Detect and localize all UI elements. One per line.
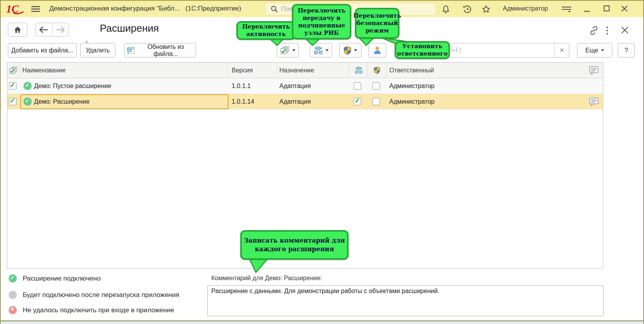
row-active-checkbox[interactable] bbox=[9, 82, 16, 90]
back-button[interactable] bbox=[36, 23, 52, 36]
extension-name: Демо: Расширение bbox=[34, 94, 90, 109]
window-bottom-edge bbox=[1, 320, 643, 324]
chevron-down-icon bbox=[326, 49, 329, 51]
set-responsible-button[interactable] bbox=[369, 43, 386, 58]
chevron-down-icon bbox=[354, 49, 357, 51]
safe-mode-checkbox[interactable] bbox=[372, 82, 380, 90]
status-connected-icon bbox=[23, 97, 32, 106]
delete-label: Удалить bbox=[86, 47, 110, 54]
get-link-icon[interactable] bbox=[588, 24, 600, 38]
callout-toggle-safe-mode: Переключить безопасный режим bbox=[355, 8, 399, 39]
extension-purpose: Адаптация bbox=[279, 78, 311, 94]
current-user[interactable]: Администратор bbox=[503, 5, 548, 12]
home-icon bbox=[13, 26, 22, 34]
page-title: Расширения bbox=[100, 22, 159, 34]
column-header-safe-mode-icon bbox=[374, 63, 380, 78]
app-window: 1С Демонстрационная конфигурация "Библ..… bbox=[0, 0, 644, 324]
column-header-rib-icon bbox=[355, 63, 363, 78]
rib-nodes-icon bbox=[314, 46, 323, 55]
update-from-file-label: Обновить из файла... bbox=[138, 43, 193, 58]
close-window-button[interactable] bbox=[621, 5, 628, 14]
legend-text: Будет подключено после перезапуска прило… bbox=[23, 291, 179, 299]
legend-text: Не удалось подключить при входе в прилож… bbox=[23, 306, 174, 314]
legend-text: Расширение подключено bbox=[23, 275, 101, 283]
status-connected-icon bbox=[9, 274, 17, 283]
callout-set-responsible: Установить ответсвенного bbox=[395, 41, 450, 59]
status-connected-icon bbox=[23, 82, 32, 90]
home-button[interactable] bbox=[8, 23, 27, 37]
shield-icon bbox=[344, 46, 351, 55]
extension-version: 1.0.1.14 bbox=[232, 94, 254, 109]
legend-item-pending: Будет подключено после перезапуска прило… bbox=[9, 291, 179, 299]
rib-checkbox[interactable] bbox=[354, 98, 361, 105]
header-activity-icon bbox=[9, 63, 18, 78]
comment-textarea[interactable]: Расширение с данными. Для демонстрации р… bbox=[207, 285, 604, 316]
column-header-comment-icon bbox=[589, 63, 599, 78]
safe-mode-checkbox[interactable] bbox=[372, 98, 380, 105]
callout-toggle-activity: Переключить активность bbox=[236, 21, 296, 40]
more-label: Еще bbox=[585, 47, 598, 54]
status-error-icon bbox=[9, 306, 17, 314]
add-from-file-button[interactable]: Добавить из файла... bbox=[8, 43, 77, 58]
table-header: Наименование Версия Назначение Ответстве… bbox=[7, 63, 603, 78]
column-header-version[interactable]: Версия bbox=[232, 63, 253, 78]
help-label: ? bbox=[624, 47, 628, 54]
callout-write-comment: Записать комментарий для каждого расшире… bbox=[240, 230, 349, 260]
window-title: Демонстрационная конфигурация "Библ... (… bbox=[49, 5, 241, 13]
column-header-responsible[interactable]: Ответственный bbox=[389, 63, 434, 78]
toggle-rib-button[interactable] bbox=[310, 43, 332, 58]
extension-name: Демо: Пустое расширение bbox=[34, 78, 111, 94]
forward-button[interactable] bbox=[52, 23, 69, 36]
service-menu-icon[interactable] bbox=[561, 5, 572, 15]
1c-logo: 1С bbox=[6, 3, 25, 16]
window-title-text: Демонстрационная конфигурация "Библ... bbox=[49, 5, 180, 13]
forward-arrow-icon bbox=[56, 27, 65, 33]
window-title-suffix: (1С:Предприятие) bbox=[185, 5, 241, 13]
delete-button[interactable]: Удалить bbox=[80, 43, 115, 58]
notifications-bell-icon[interactable] bbox=[441, 4, 451, 16]
column-header-name[interactable]: Наименование bbox=[22, 63, 66, 78]
more-actions-kebab-icon[interactable] bbox=[606, 26, 609, 38]
chevron-down-icon bbox=[292, 49, 295, 51]
search-icon bbox=[270, 5, 278, 13]
comment-label: Комментарий для Демо: Расширение: bbox=[211, 275, 322, 282]
update-from-file-button[interactable]: Обновить из файла... bbox=[124, 43, 196, 58]
history-icon[interactable] bbox=[462, 4, 472, 16]
table-row-selected[interactable]: Демо: Расширение 1.0.1.14 Адаптация Адми… bbox=[7, 94, 603, 110]
update-from-file-icon bbox=[127, 46, 135, 55]
toggle-activity-button[interactable] bbox=[277, 43, 299, 58]
legend-item-connected: Расширение подключено bbox=[9, 274, 101, 283]
clear-search-icon[interactable]: × bbox=[554, 43, 569, 57]
status-pending-icon bbox=[9, 291, 17, 299]
more-button[interactable]: Еще bbox=[577, 43, 612, 58]
close-form-icon[interactable] bbox=[621, 26, 629, 36]
toggle-safe-mode-button[interactable] bbox=[339, 43, 362, 58]
table-row[interactable]: Демо: Пустое расширение 1.0.1.1 Адаптаци… bbox=[7, 78, 603, 94]
extension-version: 1.0.1.1 bbox=[232, 78, 251, 94]
add-from-file-label: Добавить из файла... bbox=[11, 47, 73, 54]
extension-purpose: Адаптация bbox=[279, 94, 311, 109]
rib-checkbox[interactable] bbox=[354, 82, 361, 90]
main-menu-icon[interactable] bbox=[31, 5, 41, 15]
maximize-button[interactable] bbox=[603, 5, 610, 14]
favorites-star-icon[interactable] bbox=[481, 4, 491, 16]
back-arrow-icon bbox=[39, 27, 49, 33]
callout-toggle-rib: Переключить передачу в подчиненные узлы … bbox=[292, 4, 351, 40]
comment-icon[interactable] bbox=[589, 94, 599, 109]
person-icon bbox=[373, 46, 381, 54]
row-active-checkbox[interactable] bbox=[9, 98, 16, 105]
chevron-down-icon bbox=[601, 49, 604, 51]
help-button[interactable]: ? bbox=[618, 43, 635, 58]
legend-item-error: Не удалось подключить при входе в прилож… bbox=[9, 306, 174, 314]
extension-responsible: Администратор bbox=[389, 78, 434, 94]
history-nav-group bbox=[35, 23, 69, 37]
minimize-button[interactable] bbox=[584, 6, 591, 14]
column-header-purpose[interactable]: Назначение bbox=[279, 63, 314, 78]
activity-checkbox-stack-icon bbox=[280, 46, 290, 55]
extension-responsible: Администратор bbox=[389, 94, 434, 109]
